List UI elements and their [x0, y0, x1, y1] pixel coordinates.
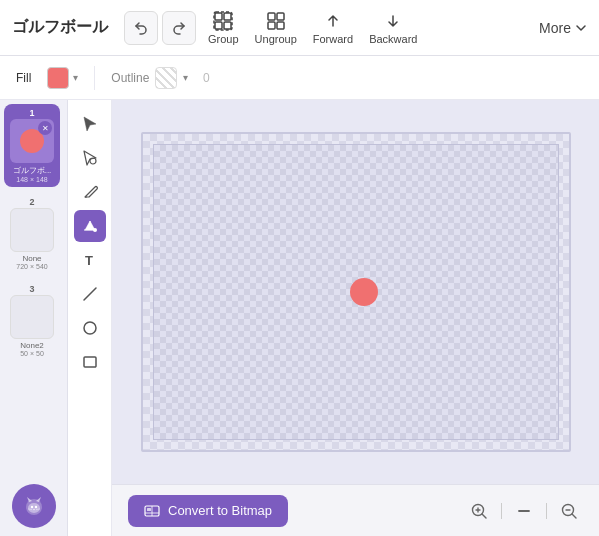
line-tool[interactable]	[74, 278, 106, 310]
undo-redo-group	[124, 11, 196, 45]
avatar-button[interactable]	[12, 484, 56, 528]
backward-label: Backward	[369, 33, 417, 45]
forward-icon	[323, 11, 343, 31]
layer-item[interactable]: 3 None2 50 × 50	[4, 280, 60, 361]
svg-line-21	[84, 288, 96, 300]
panel-bottom	[0, 476, 67, 536]
fill-label: Fill	[16, 71, 31, 85]
undo-icon	[134, 21, 148, 35]
layer-thumbnail	[10, 208, 54, 252]
direct-select-tool[interactable]	[74, 142, 106, 174]
zoom-controls	[465, 497, 583, 525]
tools-panel: T	[68, 100, 112, 536]
ungroup-label: Ungroup	[255, 33, 297, 45]
layer-number: 2	[29, 197, 34, 207]
svg-rect-8	[277, 22, 284, 29]
fill-icon	[81, 217, 99, 235]
fill-color-group: ▾	[47, 67, 78, 89]
layer-item[interactable]: 2 None 720 × 540	[4, 193, 60, 274]
svg-rect-3	[224, 22, 231, 29]
layer-delete-button[interactable]: ✕	[38, 121, 52, 135]
svg-rect-5	[268, 13, 275, 20]
redo-icon	[172, 21, 186, 35]
layer-name: None	[22, 254, 41, 263]
group-label: Group	[208, 33, 239, 45]
zoom-divider	[501, 503, 502, 519]
svg-rect-7	[268, 22, 275, 29]
zoom-out-button[interactable]	[555, 497, 583, 525]
layer-thumbnail: ✕	[10, 119, 54, 163]
layers-panel: 1 ✕ ゴルフボ... 148 × 148 2 None 720 × 540 3…	[0, 100, 68, 536]
canvas-background	[141, 132, 571, 452]
line-icon	[81, 285, 99, 303]
outline-value: 0	[194, 71, 218, 85]
style-bar: Fill ▾ Outline ▾ 0	[0, 56, 599, 100]
select-tool[interactable]	[74, 108, 106, 140]
more-label: More	[539, 20, 571, 36]
bitmap-icon	[144, 503, 160, 519]
layer-number: 3	[29, 284, 34, 294]
svg-rect-23	[84, 357, 96, 367]
svg-line-31	[482, 514, 486, 518]
ellipse-tool[interactable]	[74, 312, 106, 344]
svg-rect-6	[277, 13, 284, 20]
pen-icon	[81, 183, 99, 201]
text-icon: T	[81, 251, 99, 269]
svg-line-35	[572, 514, 576, 518]
layer-number: 1	[29, 108, 34, 118]
rectangle-tool[interactable]	[74, 346, 106, 378]
cat-icon	[21, 493, 47, 519]
text-tool[interactable]: T	[74, 244, 106, 276]
outline-label: Outline	[111, 71, 149, 85]
arrow-icon	[81, 115, 99, 133]
layer-size: 50 × 50	[20, 350, 44, 357]
ellipse-icon	[81, 319, 99, 337]
backward-button[interactable]: Backward	[369, 11, 417, 45]
fill-color-swatch[interactable]	[47, 67, 69, 89]
ungroup-button[interactable]: Ungroup	[255, 11, 297, 45]
group-button[interactable]: Group	[208, 11, 239, 45]
svg-rect-0	[215, 13, 222, 20]
rectangle-icon	[81, 353, 99, 371]
svg-point-15	[33, 509, 35, 510]
layer-thumbnail	[10, 295, 54, 339]
toolbar: ゴルフボール Group	[0, 0, 599, 56]
zoom-in-button[interactable]	[465, 497, 493, 525]
canvas-inner	[153, 144, 559, 440]
zoom-in-icon	[470, 502, 488, 520]
more-button[interactable]: More	[539, 20, 587, 36]
direct-arrow-icon	[81, 149, 99, 167]
fill-tool[interactable]	[74, 210, 106, 242]
golf-ball	[350, 278, 378, 306]
layer-size: 720 × 540	[16, 263, 47, 270]
svg-point-10	[28, 503, 40, 513]
fill-dropdown-icon[interactable]: ▾	[73, 72, 78, 83]
forward-button[interactable]: Forward	[313, 11, 353, 45]
layer-size: 148 × 148	[16, 176, 47, 183]
zoom-out-icon	[560, 502, 578, 520]
outline-dropdown-icon[interactable]: ▾	[183, 72, 188, 83]
outline-color-swatch[interactable]	[155, 67, 177, 89]
convert-label: Convert to Bitmap	[168, 503, 272, 518]
zoom-reset-button[interactable]	[510, 497, 538, 525]
redo-button[interactable]	[162, 11, 196, 45]
svg-line-17	[36, 509, 40, 510]
zoom-reset-icon	[515, 502, 533, 520]
layer-item[interactable]: 1 ✕ ゴルフボ... 148 × 148	[4, 104, 60, 187]
main-area: 1 ✕ ゴルフボ... 148 × 148 2 None 720 × 540 3…	[0, 100, 599, 536]
chevron-down-icon	[575, 22, 587, 34]
svg-point-14	[34, 506, 36, 508]
svg-rect-4	[214, 12, 232, 30]
convert-to-bitmap-button[interactable]: Convert to Bitmap	[128, 495, 288, 527]
group-icon	[213, 11, 233, 31]
undo-button[interactable]	[124, 11, 158, 45]
layer-list: 1 ✕ ゴルフボ... 148 × 148 2 None 720 × 540 3…	[0, 100, 67, 476]
svg-point-13	[30, 506, 32, 508]
backward-icon	[383, 11, 403, 31]
forward-label: Forward	[313, 33, 353, 45]
arrange-group: Group Ungroup Forward Backward	[208, 11, 417, 45]
page-title: ゴルフボール	[12, 17, 108, 38]
layer-name: ゴルフボ...	[13, 165, 52, 176]
pen-tool[interactable]	[74, 176, 106, 208]
canvas-container[interactable]	[112, 100, 599, 484]
